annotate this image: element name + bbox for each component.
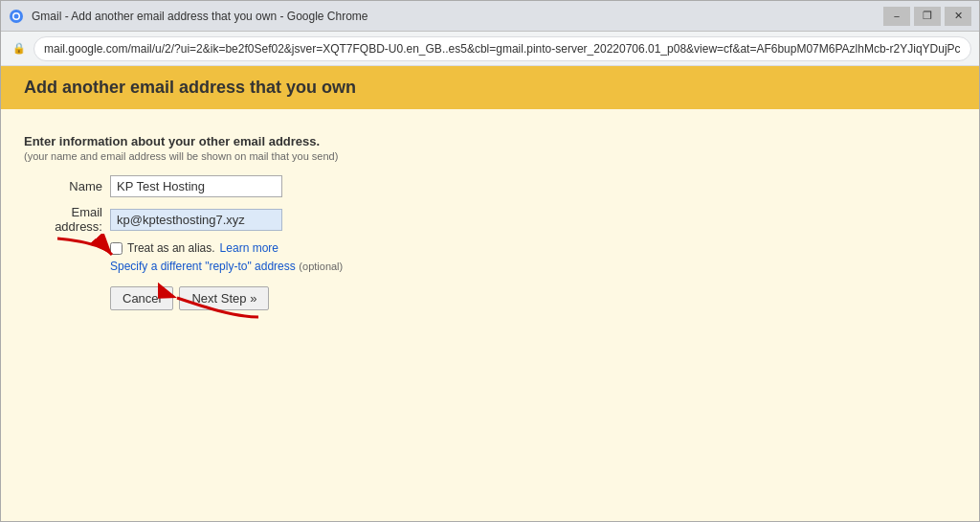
- next-step-button[interactable]: Next Step »: [179, 286, 269, 310]
- page-header-bar: Add another email address that you own: [1, 66, 979, 109]
- minimize-button[interactable]: −: [883, 7, 910, 26]
- email-input[interactable]: [110, 209, 282, 231]
- page-content: Add another email address that you own E…: [1, 66, 979, 521]
- name-input[interactable]: [110, 175, 282, 197]
- alias-label: Treat as an alias.: [127, 241, 215, 255]
- name-row: Name: [24, 175, 956, 197]
- restore-button[interactable]: ❐: [914, 7, 941, 26]
- svg-point-2: [14, 13, 19, 18]
- addressbar: 🔒: [1, 32, 979, 66]
- close-button[interactable]: ✕: [945, 7, 971, 26]
- window-controls: − ❐ ✕: [883, 7, 971, 26]
- chrome-icon: [9, 9, 24, 24]
- name-label: Name: [24, 179, 110, 193]
- lock-icon: 🔒: [9, 40, 30, 57]
- learn-more-link[interactable]: Learn more: [220, 241, 278, 255]
- titlebar: Gmail - Add another email address that y…: [1, 1, 979, 32]
- email-row: Email address:: [24, 205, 956, 234]
- cancel-button[interactable]: Cancel: [110, 286, 173, 310]
- titlebar-left: Gmail - Add another email address that y…: [9, 9, 368, 24]
- section-title: Enter information about your other email…: [24, 134, 956, 148]
- email-label: Email address:: [24, 205, 110, 234]
- section-subtitle: (your name and email address will be sho…: [24, 150, 956, 162]
- alias-checkbox[interactable]: [110, 242, 122, 255]
- browser-window: Gmail - Add another email address that y…: [0, 0, 980, 522]
- reply-to-row: Specify a different "reply-to" address (…: [110, 259, 956, 273]
- alias-checkbox-row: Treat as an alias. Learn more: [110, 241, 956, 255]
- url-bar[interactable]: [33, 36, 971, 61]
- content-area: Enter information about your other email…: [24, 125, 956, 320]
- reply-to-link[interactable]: Specify a different "reply-to" address: [110, 260, 296, 273]
- button-row: Cancel Next Step »: [110, 286, 956, 310]
- optional-label: (optional): [299, 261, 343, 272]
- page-title: Add another email address that you own: [24, 78, 356, 97]
- window-title: Gmail - Add another email address that y…: [32, 10, 368, 23]
